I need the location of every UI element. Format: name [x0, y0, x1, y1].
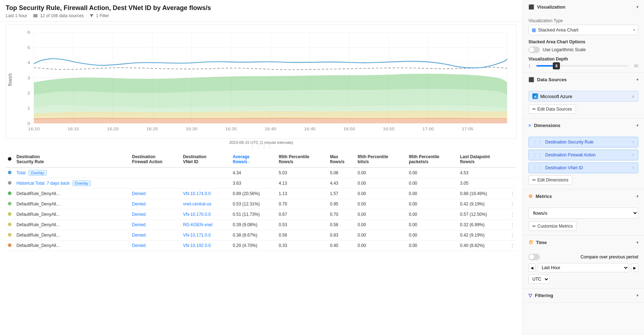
- svg-text:1: 1: [27, 106, 30, 111]
- pencil-icon: ✏: [532, 224, 536, 229]
- row-p95-bits: 0.00: [356, 209, 407, 220]
- time-prev-button[interactable]: ◀: [528, 263, 536, 272]
- svg-text:16:30: 16:30: [186, 127, 197, 131]
- row-avg-flows: 0.53 (12.31%): [231, 199, 277, 209]
- drag-handle-icon[interactable]: ⋮⋮: [532, 139, 542, 145]
- table-row: DefaultRule_DenyAll...DeniedVN-10.170.0.…: [6, 209, 517, 220]
- dimensions-title: Dimensions: [534, 123, 561, 128]
- firewall-action-link[interactable]: Denied: [132, 202, 146, 207]
- timezone-row: UTC: [528, 275, 638, 284]
- row-vnet-id: VN-10.171.0.0: [181, 230, 230, 241]
- close-data-source-button[interactable]: ×: [631, 94, 634, 99]
- remove-dimension-button[interactable]: ×: [632, 152, 634, 157]
- row-max-flows: 0.58: [328, 220, 355, 230]
- data-table-section: DestinationSecurity Rule DestinationFire…: [0, 151, 522, 335]
- row-menu-button[interactable]: ⋮: [508, 199, 517, 209]
- time-next-button[interactable]: ▶: [631, 263, 638, 272]
- svg-text:3: 3: [27, 76, 30, 80]
- row-avg-flows: 0.51 (11.73%): [231, 209, 277, 220]
- compare-label: Compare over previous period: [581, 254, 638, 259]
- log-scale-label: Use Logarithmic Scale: [543, 47, 586, 52]
- row-color-cell: [6, 178, 14, 189]
- vnet-id-link[interactable]: VN-10.192.0.0: [183, 243, 210, 248]
- azure-icon: ▲: [532, 93, 538, 99]
- row-menu-button[interactable]: ⋮: [508, 209, 517, 220]
- data-sources-header[interactable]: ⬛ Data Sources ▾: [523, 73, 644, 87]
- row-vnet-id: [181, 168, 230, 178]
- svg-text:16:35: 16:35: [225, 127, 237, 131]
- slider-thumb[interactable]: 8: [553, 62, 560, 69]
- firewall-action-link[interactable]: Denied: [132, 191, 146, 196]
- vnet-id-link[interactable]: VN-10.170.0.0: [183, 212, 210, 217]
- row-firewall-action: Denied: [130, 209, 181, 220]
- security-rule-link[interactable]: Historical Total: 7 days back: [16, 181, 70, 186]
- metrics-icon: ⚙: [528, 194, 533, 199]
- dimensions-section-header[interactable]: ≡ Dimensions ▾: [523, 118, 644, 132]
- row-menu-button[interactable]: ⋮: [508, 220, 517, 230]
- row-security-rule: Historical Total: 7 days back Overlay: [14, 178, 130, 189]
- row-security-rule: DefaultRule_DenyAll...: [14, 230, 130, 241]
- drag-handle-icon[interactable]: ⋮⋮: [532, 165, 542, 171]
- firewall-action-link[interactable]: Denied: [132, 243, 146, 248]
- timezone-select[interactable]: UTC: [528, 275, 550, 284]
- row-last-dp: 0.88 (19.49%): [458, 189, 508, 199]
- row-color-cell: [6, 220, 14, 230]
- dimension-vnet-id: ⋮⋮ Destination VNet ID ×: [528, 162, 638, 173]
- time-content: Compare over previous period ◀ Last Hour…: [523, 249, 644, 288]
- row-p95-bits: 0.00: [356, 199, 407, 209]
- data-table: DestinationSecurity Rule DestinationFire…: [6, 151, 517, 251]
- drag-handle-icon[interactable]: ⋮⋮: [532, 152, 542, 158]
- row-vnet-id: [181, 178, 230, 189]
- row-vnet-id: VN-10.174.0.0: [181, 189, 230, 199]
- chevron-down-icon: ▾: [636, 194, 638, 198]
- row-max-flows: 5.08: [328, 168, 355, 178]
- security-rule-link[interactable]: Total: [16, 170, 25, 175]
- log-scale-toggle[interactable]: [528, 47, 540, 53]
- vnet-id-link[interactable]: VN-10.174.0.0: [183, 191, 210, 196]
- header-dot: [8, 157, 11, 161]
- firewall-action-link[interactable]: Denied: [132, 233, 146, 238]
- vnet-id-link[interactable]: VN-10.171.0.0: [183, 233, 210, 238]
- row-p95-flows: 4.13: [277, 178, 328, 189]
- svg-text:5: 5: [27, 45, 30, 50]
- row-last-dp: 0.32 (6.99%): [458, 220, 508, 230]
- metrics-section: ⚙ Metrics ▾ flows/s ✏ Customize Metrics: [523, 189, 644, 236]
- vnet-id-link[interactable]: vnet-central-us: [183, 202, 211, 207]
- time-range-select[interactable]: Last Hour: [538, 263, 629, 272]
- row-menu-button[interactable]: ⋮: [508, 241, 517, 251]
- metrics-select[interactable]: flows/s: [528, 208, 638, 219]
- chart-area: 6 5 4 3 2 1 0: [0, 21, 522, 142]
- customize-metrics-button[interactable]: ✏ Customize Metrics: [528, 222, 577, 231]
- row-p95-packets: 0.00: [407, 230, 458, 241]
- remove-dimension-button[interactable]: ×: [632, 140, 634, 145]
- filtering-section-header[interactable]: ▽ Filtering ▾: [523, 288, 644, 302]
- edit-data-sources-button[interactable]: ✏ Edit Data Sources: [528, 105, 576, 114]
- compare-toggle[interactable]: [528, 254, 540, 260]
- row-p95-packets: 0.00: [407, 199, 458, 209]
- depth-slider-row: 1 8 40: [528, 64, 638, 68]
- row-menu-button[interactable]: [508, 178, 517, 189]
- viz-type-select[interactable]: ▦ Stacked Area Chart ▾: [528, 25, 638, 35]
- metrics-section-header[interactable]: ⚙ Metrics ▾: [523, 189, 644, 203]
- remove-dimension-button[interactable]: ×: [632, 165, 634, 170]
- edit-dimensions-button[interactable]: ✏ Edit Dimensions: [528, 175, 572, 185]
- row-menu-button[interactable]: ⋮: [508, 230, 517, 241]
- data-sources-title: Data Sources: [537, 77, 567, 82]
- row-menu-button[interactable]: [508, 168, 517, 178]
- row-p95-flows: 0.33: [277, 241, 328, 251]
- chart-svg: 6 5 4 3 2 1 0: [6, 25, 516, 139]
- row-vnet-id: vnet-central-us: [181, 199, 230, 209]
- row-max-flows: 0.40: [328, 241, 355, 251]
- row-color-dot: [8, 243, 11, 247]
- firewall-action-link[interactable]: Denied: [132, 222, 146, 227]
- row-menu-button[interactable]: ⋮: [508, 189, 517, 199]
- firewall-action-link[interactable]: Denied: [132, 212, 146, 217]
- col-avg-flows[interactable]: Averageflows/s: [231, 151, 277, 168]
- time-section-header[interactable]: ⏱ Time ▾: [523, 236, 644, 249]
- visualization-section-header[interactable]: ⬛ Visualization ▾: [523, 0, 644, 14]
- filtering-title: Filtering: [535, 293, 553, 298]
- row-p95-bits: 0.00: [356, 241, 407, 251]
- row-max-flows: 0.95: [328, 199, 355, 209]
- depth-slider-track[interactable]: 8: [536, 65, 628, 67]
- vnet-id-link[interactable]: RG-KGEN-vnet: [183, 222, 213, 227]
